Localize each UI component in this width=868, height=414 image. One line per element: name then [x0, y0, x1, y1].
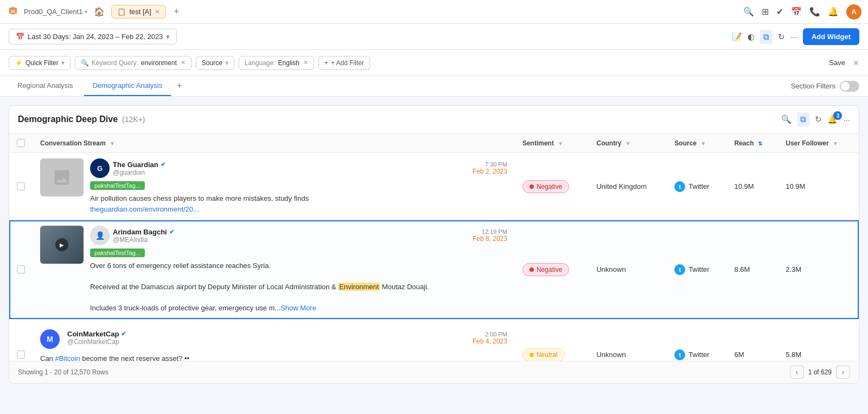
app-logo — [7, 5, 20, 18]
date-chevron-icon: ▾ — [166, 33, 170, 41]
page-info: 1 of 629 — [808, 368, 832, 376]
date-range-picker[interactable]: 📅 Last 30 Days: Jan 24, 2023 – Feb 22, 2… — [9, 29, 177, 44]
calendar-icon[interactable]: 📅 — [791, 7, 802, 17]
language-filter-chip: Language: English ✕ — [239, 56, 314, 70]
notes-icon[interactable]: 📝 — [732, 32, 742, 42]
show-more-link[interactable]: Show More — [280, 304, 316, 312]
filter-icon: ⚡ — [15, 59, 23, 67]
save-button[interactable]: Save — [826, 59, 848, 67]
row-count-label: Showing 1 - 20 of 12,570 Rows — [18, 368, 108, 376]
datebar-actions: 📝 ◐ ⧉ ↻ ··· Add Widget — [732, 28, 859, 45]
keyword-filter-chip: 🔍 Keyword Query: environment ✕ — [75, 56, 192, 70]
source-sort-icon: ▼ — [700, 141, 706, 147]
row1-verified-icon: ✔ — [161, 161, 165, 168]
user-avatar[interactable]: A — [846, 4, 861, 20]
bitcoin-hashtag[interactable]: #Bitcoin — [55, 354, 80, 361]
user-follower-column-header[interactable]: User Follower ▼ — [778, 133, 859, 153]
notification-badge[interactable]: 🔔 3 — [827, 114, 838, 124]
country-column-header[interactable]: Country ▼ — [589, 133, 667, 153]
tab-regional-analysis[interactable]: Regional Analysis — [9, 76, 82, 96]
add-filter-button[interactable]: + + Add Filter — [318, 56, 370, 70]
select-all-checkbox[interactable] — [17, 139, 25, 147]
row3-reach-cell: 6M — [726, 319, 778, 361]
row3-checkbox[interactable] — [17, 351, 25, 359]
row2-reach-cell: 8.6M — [726, 220, 778, 320]
row1-time: 7:30 PM Feb 2, 2023 — [473, 161, 507, 175]
row3-author-avatar: M — [40, 329, 60, 349]
quick-filter-chevron: ▾ — [61, 59, 65, 67]
row1-checkbox[interactable] — [17, 182, 25, 190]
table-row: ▶ 👤 Arindam Bagchi ✔ — [9, 220, 859, 320]
active-tab[interactable]: 📋 test [A] ✕ — [111, 5, 165, 18]
tasks-icon[interactable]: ✔ — [776, 7, 783, 17]
row3-sentiment-cell: Neutral — [515, 319, 589, 361]
save-close-icon[interactable]: ✕ — [853, 59, 859, 67]
tab-icon: 📋 — [117, 8, 126, 16]
phone-icon[interactable]: 📞 — [809, 7, 820, 17]
row1-sentiment-badge: Negative — [522, 180, 569, 193]
tab-demographic-analysis[interactable]: Demographic Analysis — [84, 76, 171, 96]
section-filters-toggle[interactable] — [840, 81, 859, 92]
row1-thumbnail — [40, 158, 84, 196]
add-tab-button[interactable]: + — [173, 77, 186, 95]
workspace-label[interactable]: Prod0_QA_Client1 ▾ — [24, 8, 87, 16]
row2-checkbox[interactable] — [17, 265, 25, 273]
workspace-chevron: ▾ — [85, 9, 87, 15]
topbar: Prod0_QA_Client1 ▾ 🏠 📋 test [A] ✕ + 🔍 ⊞ … — [0, 0, 868, 24]
play-button[interactable]: ▶ — [55, 238, 68, 251]
row2-sentiment-badge: Negative — [522, 263, 569, 276]
table-row: M CoinMarketCap ✔ @CoinMa — [9, 319, 859, 361]
source-column-header[interactable]: Source ▼ — [667, 133, 726, 153]
row2-author-name: Arindam Bagchi ✔ — [113, 228, 469, 236]
reach-sort-icon: ⇅ — [758, 141, 762, 147]
refresh-icon[interactable]: ↻ — [778, 32, 785, 42]
conversation-column-header[interactable]: Conversation Stream ▼ — [33, 133, 515, 153]
row2-conversation-cell: ▶ 👤 Arindam Bagchi ✔ — [33, 220, 515, 320]
row3-author-handle: @CoinMarketCap — [67, 338, 469, 346]
row3-source-cell: t Twitter — [667, 319, 726, 361]
widget-more-icon[interactable]: ··· — [843, 115, 850, 124]
row3-conversation-cell: M CoinMarketCap ✔ @CoinMa — [33, 319, 515, 361]
row1-link[interactable]: theguardian.com/environment/20... — [90, 205, 199, 213]
widget-filter-icon[interactable]: ⧉ — [797, 112, 809, 126]
row1-author-avatar: G — [90, 158, 110, 178]
next-page-button[interactable]: › — [836, 366, 850, 379]
row1-checkbox-cell[interactable] — [9, 153, 33, 220]
prev-page-button[interactable]: ‹ — [790, 366, 804, 379]
row3-checkbox-cell[interactable] — [9, 319, 33, 361]
row1-conv-body: G The Guardian ✔ @guardian — [90, 158, 507, 214]
widget-title: Demographic Deep Dive — [18, 114, 118, 124]
add-tab-button[interactable]: + — [170, 6, 183, 17]
home-icon[interactable]: 🏠 — [94, 7, 105, 17]
quick-filter-button[interactable]: ⚡ Quick Filter ▾ — [9, 56, 71, 70]
row2-author-handle: @MEAIndia — [113, 236, 469, 244]
sentiment-dot — [529, 353, 534, 357]
reach-column-header[interactable]: Reach ⇅ — [726, 133, 778, 153]
tab-close-icon[interactable]: ✕ — [155, 8, 160, 16]
row3-text: Can #Bitcoin become the next reserve ass… — [40, 353, 507, 361]
search-icon[interactable]: 🔍 — [743, 7, 754, 17]
sentiment-dot — [529, 267, 534, 272]
language-filter-close[interactable]: ✕ — [303, 59, 308, 66]
widget-refresh-icon[interactable]: ↻ — [815, 114, 822, 124]
calendar-icon: 📅 — [16, 33, 24, 41]
keyword-filter-close[interactable]: ✕ — [181, 59, 186, 66]
data-table-wrap: Conversation Stream ▼ Sentiment ▼ Countr… — [9, 133, 859, 361]
grid-icon[interactable]: ⊞ — [762, 7, 769, 17]
filter-icon[interactable]: ⧉ — [760, 30, 773, 44]
row3-conv-body: M CoinMarketCap ✔ @CoinMa — [40, 325, 507, 361]
row3-verified-icon: ✔ — [121, 330, 126, 337]
bell-icon[interactable]: 🔔 — [828, 7, 839, 17]
add-widget-button[interactable]: Add Widget — [803, 28, 859, 45]
view-toggle-icon[interactable]: ◐ — [748, 32, 755, 42]
row2-checkbox-cell[interactable] — [9, 220, 33, 320]
select-all-header[interactable] — [9, 133, 33, 153]
row2-tag: pakshalTestTag... — [90, 249, 145, 257]
twitter-icon: t — [674, 181, 685, 192]
sentiment-column-header[interactable]: Sentiment ▼ — [515, 133, 589, 153]
widget-search-icon[interactable]: 🔍 — [781, 114, 792, 124]
source-filter-chip[interactable]: Source ▾ — [196, 56, 234, 70]
more-icon[interactable]: ··· — [790, 32, 797, 41]
row2-verified-icon: ✔ — [169, 228, 174, 235]
user-follower-sort-icon: ▼ — [833, 141, 838, 147]
